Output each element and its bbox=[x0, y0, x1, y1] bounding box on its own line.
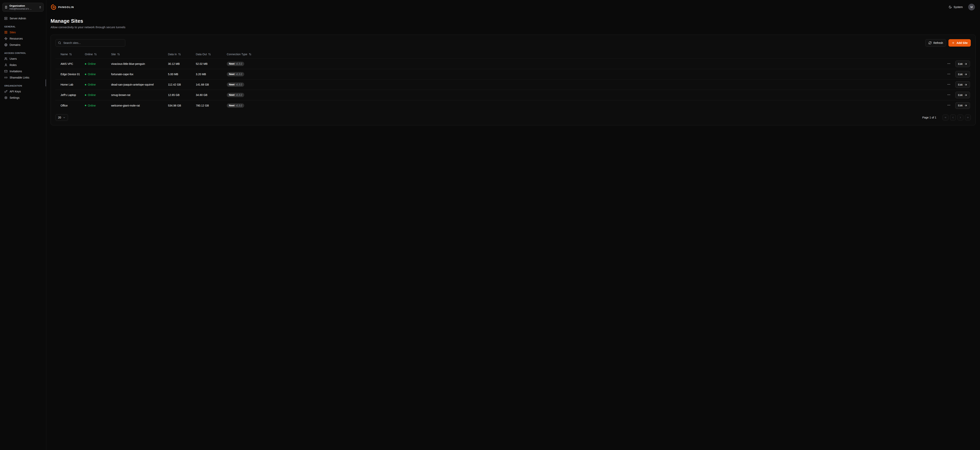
sidebar-nav: Server Admin GENERAL Sites Resources Dom… bbox=[2, 15, 44, 101]
page-info: Page 1 of 1 bbox=[922, 116, 936, 119]
row-menu-button[interactable] bbox=[946, 61, 951, 67]
cell-site: vivacious-little-blue-penguin bbox=[111, 62, 168, 65]
column-header-online[interactable]: Online bbox=[85, 53, 97, 56]
edit-button[interactable]: Edit bbox=[955, 81, 970, 88]
column-label: Name bbox=[60, 53, 68, 56]
brand[interactable]: PANGOLIN bbox=[51, 4, 74, 10]
table-row: Jeff's Laptop Online smug-brown-rat 12.6… bbox=[56, 90, 971, 100]
avatar[interactable]: M bbox=[968, 4, 975, 10]
online-status-dot bbox=[85, 105, 86, 106]
column-header-site[interactable]: Site bbox=[111, 53, 120, 56]
sidebar-item-roles[interactable]: Roles bbox=[2, 62, 44, 68]
add-site-button[interactable]: Add Site bbox=[948, 39, 971, 47]
table-toolbar: Refresh Add Site bbox=[56, 39, 971, 47]
edit-button[interactable]: Edit bbox=[955, 71, 970, 78]
connection-type-badge: Newtv1.3.2 bbox=[227, 62, 244, 66]
sort-icon bbox=[117, 53, 120, 55]
edit-button[interactable]: Edit bbox=[955, 60, 970, 67]
online-status-label: Online bbox=[88, 73, 95, 76]
sidebar-item-sites[interactable]: Sites bbox=[2, 29, 44, 35]
connection-name: Newt bbox=[229, 104, 235, 107]
pangolin-logo-icon bbox=[51, 4, 56, 10]
refresh-icon bbox=[929, 41, 932, 44]
section-label-general: GENERAL bbox=[4, 25, 42, 28]
ellipsis-icon bbox=[947, 103, 951, 107]
sidebar-item-api-keys[interactable]: API Keys bbox=[2, 88, 44, 95]
row-menu-button[interactable] bbox=[946, 103, 951, 108]
column-header-name[interactable]: Name bbox=[60, 53, 72, 56]
cell-name: Edge Device 01 bbox=[56, 73, 85, 76]
cell-name: Office bbox=[56, 104, 85, 107]
globe-icon bbox=[4, 43, 8, 46]
cell-data-out: 780.12 GB bbox=[196, 104, 227, 107]
key-icon bbox=[4, 90, 8, 93]
section-label-organization: ORGANIZATION bbox=[4, 85, 42, 87]
org-switcher[interactable]: Organization milo@fossorial.io's ... bbox=[2, 3, 44, 12]
plus-icon bbox=[951, 41, 955, 44]
next-page-button[interactable] bbox=[958, 114, 963, 120]
sidebar-item-users[interactable]: Users bbox=[2, 55, 44, 62]
building-icon bbox=[5, 6, 8, 9]
arrow-right-icon bbox=[964, 62, 967, 65]
chevrons-left-icon bbox=[944, 116, 947, 119]
sidebar-item-label: Settings bbox=[10, 96, 20, 99]
connection-name: Newt bbox=[229, 93, 235, 96]
row-menu-button[interactable] bbox=[946, 92, 951, 98]
org-value: milo@fossorial.io's ... bbox=[10, 8, 37, 10]
org-text: Organization milo@fossorial.io's ... bbox=[10, 4, 37, 10]
sidebar-item-resources[interactable]: Resources bbox=[2, 35, 44, 42]
online-status-label: Online bbox=[88, 62, 95, 65]
connection-name: Newt bbox=[229, 62, 235, 65]
online-status-dot bbox=[85, 84, 86, 86]
sort-icon bbox=[178, 53, 181, 55]
theme-toggle-button[interactable]: System bbox=[947, 4, 964, 10]
edit-button[interactable]: Edit bbox=[955, 102, 970, 109]
refresh-button[interactable]: Refresh bbox=[925, 39, 946, 47]
page-size-select[interactable]: 20 bbox=[56, 114, 68, 121]
ellipsis-icon bbox=[947, 72, 951, 76]
column-header-data-in[interactable]: Data In bbox=[168, 53, 181, 56]
sites-panel: Refresh Add Site Name Online Site Data I… bbox=[51, 35, 976, 125]
sidebar-scrollbar[interactable] bbox=[46, 79, 46, 86]
cell-name: Home Lab bbox=[56, 83, 85, 86]
first-page-button[interactable] bbox=[943, 114, 948, 120]
arrow-right-icon bbox=[964, 104, 967, 107]
refresh-label: Refresh bbox=[933, 41, 943, 44]
cell-actions: Edit bbox=[273, 102, 971, 109]
cell-data-in: 112.42 GB bbox=[168, 83, 196, 86]
page-size-value: 20 bbox=[58, 116, 61, 119]
online-status-dot bbox=[85, 94, 86, 96]
mail-icon bbox=[4, 70, 8, 73]
column-header-connection-type[interactable]: Connection Type bbox=[227, 53, 251, 56]
cell-data-out: 52.02 MB bbox=[196, 62, 227, 65]
sidebar-item-label: Resources bbox=[10, 37, 23, 40]
previous-page-button[interactable] bbox=[950, 114, 956, 120]
column-header-data-out[interactable]: Data Out bbox=[196, 53, 211, 56]
connection-version: v1.3.2 bbox=[236, 73, 242, 76]
edit-button[interactable]: Edit bbox=[955, 92, 970, 98]
search-input[interactable] bbox=[63, 41, 123, 44]
cell-name: Jeff's Laptop bbox=[56, 93, 85, 97]
topbar: PANGOLIN System M bbox=[46, 0, 980, 14]
sidebar-item-label: API Keys bbox=[10, 90, 21, 93]
sidebar-item-shareable-links[interactable]: Shareable Links bbox=[2, 74, 44, 81]
cell-connection-type: Newtv1.3.2 bbox=[227, 62, 273, 66]
cell-online: Online bbox=[85, 73, 111, 76]
cell-actions: Edit bbox=[273, 71, 971, 78]
org-label: Organization bbox=[10, 4, 37, 8]
sidebar-item-server-admin[interactable]: Server Admin bbox=[2, 15, 44, 22]
chevrons-up-down-icon bbox=[39, 6, 41, 9]
sidebar-item-settings[interactable]: Settings bbox=[2, 95, 44, 101]
table-row: Edge Device 01 Online fortunate-cape-fox… bbox=[56, 69, 971, 79]
last-page-button[interactable] bbox=[965, 114, 971, 120]
edit-label: Edit bbox=[958, 62, 963, 65]
edit-label: Edit bbox=[958, 83, 963, 86]
row-menu-button[interactable] bbox=[946, 82, 951, 87]
sidebar-item-domains[interactable]: Domains bbox=[2, 42, 44, 48]
cell-name: AWS VPC bbox=[56, 62, 85, 65]
row-menu-button[interactable] bbox=[946, 71, 951, 77]
table-row: AWS VPC Online vivacious-little-blue-pen… bbox=[56, 59, 971, 69]
connection-name: Newt bbox=[229, 73, 235, 76]
edit-label: Edit bbox=[958, 93, 963, 97]
sidebar-item-invitations[interactable]: Invitations bbox=[2, 68, 44, 74]
